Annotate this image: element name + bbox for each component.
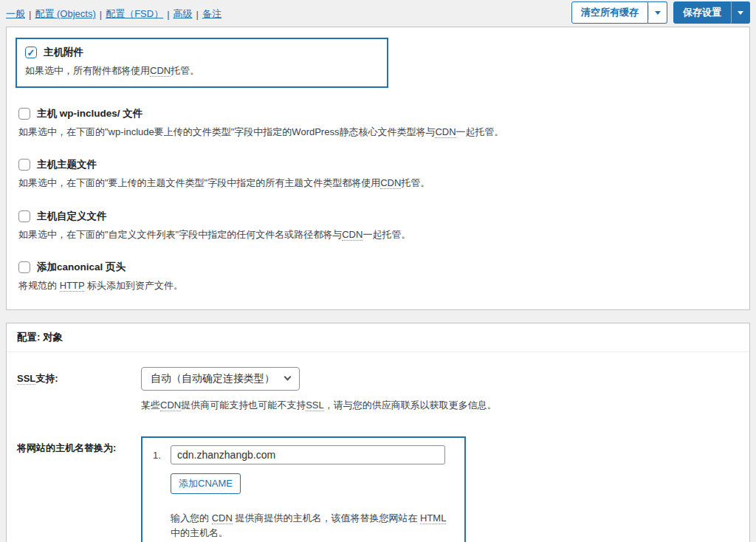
settings-tabs-nav: 一般 | 配置 (Objects) | 配置（FSD） | 高级 | 备注 — [6, 4, 221, 21]
ssl-support-label: SSL支持: — [17, 367, 141, 422]
chevron-down-icon — [738, 11, 743, 15]
ssl-support-description: 某些CDN提供商可能支持也可能不支持SSL，请与您的供应商联系以获取更多信息。 — [141, 398, 739, 413]
option-host-custom-files: ✓ 主机自定义文件 如果选中，在下面的"自定义文件列表"字段中指定的任何文件名或… — [18, 210, 739, 242]
nav-separator: | — [196, 9, 199, 20]
acronym-term[interactable]: SSL — [306, 399, 324, 411]
acronym-term[interactable]: HTTP — [60, 280, 85, 292]
acronym-term[interactable]: CDN — [212, 512, 233, 524]
option-label[interactable]: 主机自定义文件 — [37, 210, 107, 223]
option-label[interactable]: 主机主题文件 — [37, 158, 97, 171]
option-host-theme-files: ✓ 主机主题文件 如果选中，在下面的"要上传的主题文件类型"字段中指定的所有主题… — [18, 158, 739, 191]
configuration-objects-panel: 配置: 对象 SSL支持: 自动（自动确定连接类型） 某些CDN提供商可能支持也… — [6, 323, 750, 542]
option-description: 如果选中，在下面的"wp-include要上传的文件类型"字段中指定的WordP… — [18, 125, 739, 140]
option-label[interactable]: 主机附件 — [44, 46, 83, 59]
replace-hostname-label: 将网站的主机名替换为: — [17, 436, 141, 542]
option-host-wp-includes: ✓ 主机 wp-includes/ 文件 如果选中，在下面的"wp-includ… — [18, 107, 739, 140]
toolbar: 一般 | 配置 (Objects) | 配置（FSD） | 高级 | 备注 清空… — [0, 0, 756, 27]
host-wp-includes-checkbox[interactable]: ✓ — [18, 108, 30, 120]
cname-input[interactable] — [171, 445, 445, 464]
empty-all-caches-dropdown-toggle[interactable] — [648, 1, 667, 24]
chevron-down-icon — [655, 11, 661, 15]
ssl-support-selected-value: 自动（自动确定连接类型） — [151, 372, 275, 385]
option-description: 如果选中，所有附件都将使用CDN托管。 — [25, 64, 378, 78]
cdn-options-panel: ✓ 主机附件 如果选中，所有附件都将使用CDN托管。 ✓ 主机 wp-inclu… — [6, 27, 750, 310]
empty-all-caches-split-button: 清空所有缓存 — [571, 1, 667, 24]
acronym-term[interactable]: CDN — [150, 65, 171, 77]
add-cname-button[interactable]: 添加CNAME — [171, 473, 241, 494]
nav-separator: | — [167, 9, 169, 20]
save-settings-split-button: 保存设置 — [673, 1, 750, 24]
nav-link-advanced[interactable]: 高级 — [173, 7, 193, 21]
host-attachments-highlight: ✓ 主机附件 如果选中，所有附件都将使用CDN托管。 — [16, 38, 388, 88]
section-title: 配置: 对象 — [7, 323, 749, 352]
save-settings-button[interactable]: 保存设置 — [673, 1, 731, 24]
acronym-term[interactable]: CDN — [435, 126, 456, 138]
cname-description: 输入您的 CDN 提供商提供的主机名，该值将替换您网站在 HTML 中的主机名。 — [171, 511, 454, 540]
ssl-support-select[interactable]: 自动（自动确定连接类型） — [141, 367, 300, 391]
option-label[interactable]: 添加canonical 页头 — [37, 261, 126, 274]
acronym-term[interactable]: CDN — [380, 177, 401, 189]
nav-link-notes[interactable]: 备注 — [202, 7, 221, 21]
option-add-canonical-header: ✓ 添加canonical 页头 将规范的 HTTP 标头添加到资产文件。 — [18, 261, 739, 293]
acronym-term[interactable]: HTML — [420, 512, 446, 524]
nav-separator: | — [100, 9, 102, 20]
host-theme-files-checkbox[interactable]: ✓ — [18, 159, 30, 171]
chevron-down-icon — [284, 374, 292, 381]
add-canonical-header-checkbox[interactable]: ✓ — [18, 261, 30, 273]
empty-all-caches-button[interactable]: 清空所有缓存 — [571, 1, 648, 24]
cname-index: 1. — [153, 450, 165, 461]
nav-link-configuration-objects[interactable]: 配置 (Objects) — [35, 7, 95, 21]
nav-link-configuration-fsd[interactable]: 配置（FSD） — [106, 7, 163, 21]
host-custom-files-checkbox[interactable]: ✓ — [18, 210, 30, 222]
replace-hostname-row: 将网站的主机名替换为: 1. 添加CNAME 输入您的 CDN 提供商提供的主机… — [7, 436, 749, 542]
option-description: 如果选中，在下面的"要上传的主题文件类型"字段中指定的所有主题文件类型都将使用C… — [18, 176, 739, 191]
cname-highlight-box: 1. 添加CNAME 输入您的 CDN 提供商提供的主机名，该值将替换您网站在 … — [141, 436, 466, 542]
ssl-support-row: SSL支持: 自动（自动确定连接类型） 某些CDN提供商可能支持也可能不支持SS… — [7, 367, 749, 422]
option-host-attachments: ✓ 主机附件 如果选中，所有附件都将使用CDN托管。 — [25, 46, 378, 78]
toolbar-buttons: 清空所有缓存 保存设置 — [571, 1, 750, 24]
option-description: 如果选中，在下面的"自定义文件列表"字段中指定的任何文件名或路径都将与CDN一起… — [18, 227, 739, 242]
acronym-term[interactable]: CDN — [160, 399, 181, 411]
host-attachments-checkbox[interactable]: ✓ — [25, 47, 37, 58]
acronym-term[interactable]: SSL — [17, 373, 35, 385]
acronym-term[interactable]: CDN — [342, 229, 362, 241]
option-label[interactable]: 主机 wp-includes/ 文件 — [37, 107, 142, 120]
nav-separator: | — [29, 9, 31, 20]
nav-link-general[interactable]: 一般 — [6, 7, 25, 21]
save-settings-dropdown-toggle[interactable] — [731, 1, 750, 24]
option-description: 将规范的 HTTP 标头添加到资产文件。 — [18, 278, 739, 293]
